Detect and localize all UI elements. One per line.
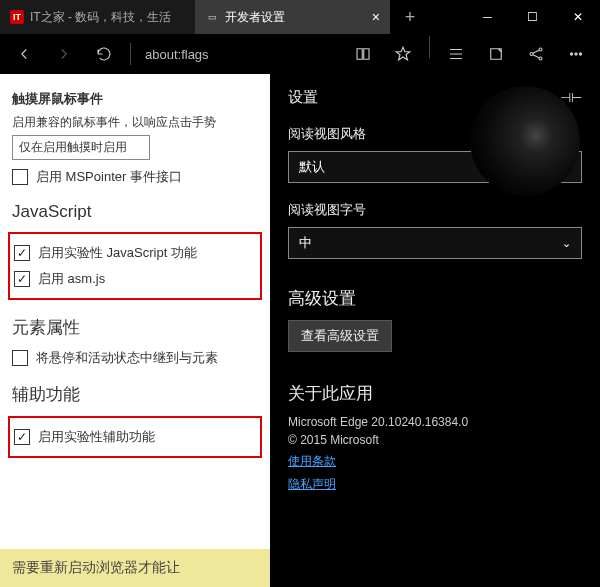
chevron-down-icon: ⌄ [562,237,571,250]
address-bar[interactable]: about:flags [139,47,341,62]
reading-view-icon[interactable] [345,36,381,72]
asm-checkbox-row[interactable]: ✓ 启用 asm.js [14,270,256,288]
highlight-box: ✓ 启用实验性辅助功能 [8,416,262,458]
close-button[interactable]: ✕ [555,0,600,34]
favorite-icon[interactable] [385,36,421,72]
svg-point-3 [570,53,572,55]
reading-style-select[interactable]: 默认 ⌄ [288,151,582,183]
select-value: 默认 [299,158,325,176]
favicon-it: IT [10,10,24,24]
more-icon[interactable] [558,36,594,72]
elem-checkbox-row[interactable]: 将悬停和活动状态中继到与元素 [12,349,258,367]
select-value: 中 [299,234,312,252]
section-heading: 触摸屏鼠标事件 [12,90,258,108]
version-text: Microsoft Edge 20.10240.16384.0 [288,415,582,429]
checkbox-empty-icon [12,169,28,185]
checkbox-checked-icon: ✓ [14,429,30,445]
divider [429,36,430,58]
close-icon[interactable]: × [372,9,380,25]
tab-label: 开发者设置 [225,9,285,26]
new-tab-button[interactable]: + [390,0,430,34]
privacy-link[interactable]: 隐私声明 [288,476,582,493]
checkbox-label: 启用 MSPointer 事件接口 [36,168,182,186]
tab-inactive[interactable]: IT IT之家 - 数码，科技，生活 [0,0,195,34]
tab-label: IT之家 - 数码，科技，生活 [30,9,171,26]
panel-title: 设置 [288,88,318,107]
checkbox-label: 启用实验性 JavaScript 功能 [38,244,197,262]
view-advanced-button[interactable]: 查看高级设置 [288,320,392,352]
copyright-text: © 2015 Microsoft [288,433,582,447]
page-icon: ▭ [205,10,219,24]
section-heading: 高级设置 [288,287,582,310]
touch-dropdown[interactable]: 仅在启用触摸时启用 [12,135,150,160]
minimize-button[interactable]: ─ [465,0,510,34]
maximize-button[interactable]: ☐ [510,0,555,34]
svg-point-4 [575,53,577,55]
assist-checkbox-row[interactable]: ✓ 启用实验性辅助功能 [14,428,256,446]
divider [130,43,131,65]
section-heading: 元素属性 [12,316,258,339]
field-label: 阅读视图风格 [288,125,582,143]
field-label: 阅读视图字号 [288,201,582,219]
back-button[interactable] [6,36,42,72]
mspointer-checkbox-row[interactable]: 启用 MSPointer 事件接口 [12,168,258,186]
svg-point-1 [539,48,542,51]
svg-point-0 [530,53,533,56]
tab-active[interactable]: ▭ 开发者设置 × [195,0,390,34]
svg-point-2 [539,57,542,60]
terms-link[interactable]: 使用条款 [288,453,582,470]
window-controls: ─ ☐ ✕ [465,0,600,34]
highlight-box: ✓ 启用实验性 JavaScript 功能 ✓ 启用 asm.js [8,232,262,300]
section-heading: 辅助功能 [12,383,258,406]
section-desc: 启用兼容的鼠标事件，以响应点击手势 [12,114,258,131]
js-exp-checkbox-row[interactable]: ✓ 启用实验性 JavaScript 功能 [14,244,256,262]
hub-icon[interactable] [438,36,474,72]
reading-size-select[interactable]: 中 ⌄ [288,227,582,259]
checkbox-checked-icon: ✓ [14,271,30,287]
toolbar: about:flags [0,34,600,74]
refresh-button[interactable] [86,36,122,72]
tab-bar: IT IT之家 - 数码，科技，生活 ▭ 开发者设置 × + ─ ☐ ✕ [0,0,600,34]
share-icon[interactable] [518,36,554,72]
forward-button[interactable] [46,36,82,72]
restart-banner: 需要重新启动浏览器才能让 [0,549,270,587]
note-icon[interactable] [478,36,514,72]
pin-icon[interactable]: ⊣⊢ [560,90,582,105]
checkbox-label: 启用 asm.js [38,270,105,288]
section-heading: 关于此应用 [288,382,582,405]
flags-page: 触摸屏鼠标事件 启用兼容的鼠标事件，以响应点击手势 仅在启用触摸时启用 启用 M… [0,74,270,587]
settings-panel: 设置 ⊣⊢ 阅读视图风格 默认 ⌄ 阅读视图字号 中 ⌄ 高级设置 查看高级设置… [270,74,600,587]
svg-point-5 [579,53,581,55]
chevron-down-icon: ⌄ [562,161,571,174]
checkbox-label: 将悬停和活动状态中继到与元素 [36,349,218,367]
checkbox-label: 启用实验性辅助功能 [38,428,155,446]
checkbox-empty-icon [12,350,28,366]
section-heading: JavaScript [12,202,258,222]
checkbox-checked-icon: ✓ [14,245,30,261]
main: 触摸屏鼠标事件 启用兼容的鼠标事件，以响应点击手势 仅在启用触摸时启用 启用 M… [0,74,600,587]
